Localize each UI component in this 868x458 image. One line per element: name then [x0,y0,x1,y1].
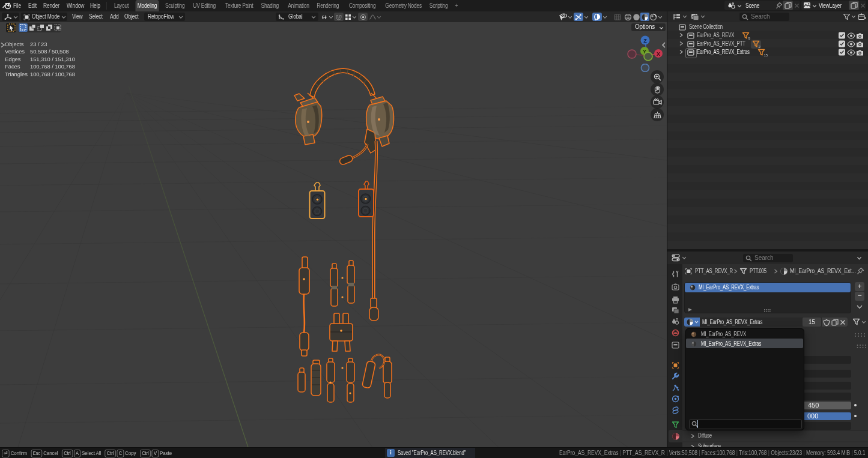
svg-text:Z: Z [643,38,647,44]
svg-text:2: 2 [759,45,761,49]
svg-text:15: 15 [764,53,768,57]
svg-text:9: 9 [748,37,751,40]
svg-text:X: X [657,51,660,57]
